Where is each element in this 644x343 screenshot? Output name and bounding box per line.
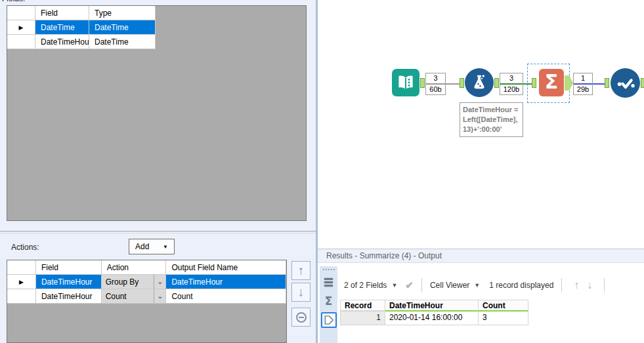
row-selector-cell[interactable] <box>7 35 35 49</box>
record-count: 3 <box>500 73 523 83</box>
actions-grid: Field Action Output Field Name ▶ DateTim… <box>7 260 287 343</box>
results-column-header-datetimehour[interactable]: DateTimeHour <box>385 300 479 312</box>
actions-row-groupby[interactable]: ▶ DateTimeHour Group By ⌄ DateTimeHour <box>7 275 286 289</box>
stacked-bars-icon <box>322 276 335 289</box>
combo-chevron-icon[interactable]: ⌄ <box>154 289 165 303</box>
summarize-tool-anchor-button[interactable]: Σ <box>321 293 337 309</box>
record-count: 1 <box>574 73 592 83</box>
fields-section-label: Fields: <box>2 0 41 4</box>
annotation-line: Left([DateTime], <box>463 115 520 125</box>
browse-check-icon <box>615 73 636 94</box>
action-combobox[interactable]: Group By ⌄ <box>102 275 167 289</box>
dropdown-arrow-icon: ▼ <box>163 244 168 250</box>
action-combobox-value: Count <box>102 292 154 301</box>
actions-column-header-output[interactable]: Output Field Name <box>166 260 286 275</box>
actions-cell-output[interactable]: Count <box>166 289 286 304</box>
actions-cell-field[interactable]: DateTimeHour <box>36 289 102 304</box>
byte-size: 120b <box>500 85 523 94</box>
metadata-view-button[interactable] <box>321 274 337 290</box>
results-toolbar: 2 of 2 Fields ▼ ✔ Cell Viewer ▼ 1 record… <box>344 276 612 294</box>
row-selector-cell[interactable]: ▶ <box>7 20 35 35</box>
fields-column-header-type[interactable]: Type <box>89 6 156 20</box>
flask-icon <box>469 73 489 92</box>
output-anchor-icon <box>323 314 335 326</box>
actions-column-header-action[interactable]: Action <box>102 260 167 275</box>
connection-input-to-formula[interactable] <box>445 83 460 85</box>
panel-separator-line <box>0 231 316 232</box>
connection-count-badge: 3 60b <box>425 73 446 95</box>
action-combobox-value: Group By <box>102 277 154 287</box>
browse-tool[interactable] <box>611 68 640 98</box>
alteryx-designer-window: Fields: Field Type ▶ DateTime DateTime D… <box>0 0 644 343</box>
record-number-cell[interactable]: 1 <box>340 312 385 325</box>
byte-size: 29b <box>574 85 592 94</box>
fields-cell-type[interactable]: DateTime <box>89 35 156 49</box>
previous-record-button[interactable]: ↑ <box>574 279 579 291</box>
output-anchor[interactable] <box>641 78 644 88</box>
fields-cell-type[interactable]: DateTime <box>89 20 156 35</box>
results-anchor-strip: Σ <box>320 266 337 343</box>
sigma-icon: Σ <box>325 294 333 308</box>
dropdown-caret-icon[interactable]: ▼ <box>474 282 480 289</box>
toolbar-separator <box>604 278 605 293</box>
actions-column-header-field[interactable]: Field <box>36 260 102 275</box>
move-action-up-button[interactable]: ↑ <box>291 261 311 280</box>
fields-row-datetime[interactable]: ▶ DateTime DateTime <box>7 20 306 35</box>
annotation-line: DateTimeHour = <box>463 105 520 115</box>
fields-dropdown[interactable]: 2 of 2 Fields <box>344 281 387 290</box>
action-combobox[interactable]: Count ⌄ <box>102 289 167 304</box>
workflow-canvas[interactable]: 3 60b 3 120b <box>318 0 644 249</box>
strip-drag-handle[interactable] <box>323 269 335 271</box>
row-selector-cell[interactable] <box>7 289 36 304</box>
input-anchor[interactable] <box>460 78 464 88</box>
remove-action-button[interactable] <box>291 308 311 327</box>
actions-selector-header-cell <box>7 260 36 275</box>
results-grid-header: Record DateTimeHour Count <box>340 300 528 312</box>
actions-row-count[interactable]: DateTimeHour Count ⌄ Count <box>7 289 286 304</box>
combo-chevron-icon[interactable]: ⌄ <box>154 275 165 289</box>
fields-row-datetimehour[interactable]: DateTimeHour DateTime <box>7 35 306 49</box>
record-count-status: 1 record displayed <box>489 281 553 290</box>
results-data-row[interactable]: 1 2020-01-14 16:00:00 3 <box>340 312 528 325</box>
datetimehour-cell[interactable]: 2020-01-14 16:00:00 <box>385 312 479 325</box>
cell-viewer-dropdown[interactable]: Cell Viewer <box>430 281 469 290</box>
move-action-down-button[interactable]: ↓ <box>291 283 311 302</box>
results-column-header-record[interactable]: Record <box>340 300 385 312</box>
output-anchor[interactable] <box>420 78 425 88</box>
add-button-label: Add <box>135 242 149 251</box>
input-anchor[interactable] <box>532 78 536 88</box>
formula-tool[interactable] <box>465 68 494 97</box>
next-record-button[interactable]: ↓ <box>587 279 592 291</box>
current-row-arrow-icon: ▶ <box>19 24 24 31</box>
formula-annotation[interactable]: DateTimeHour = Left([DateTime], 13)+':00… <box>460 102 523 137</box>
fields-selector-header-cell <box>7 6 35 20</box>
add-action-dropdown-button[interactable]: Add ▼ <box>129 239 175 254</box>
output-anchor[interactable] <box>494 78 499 88</box>
toolbar-separator <box>421 278 422 293</box>
actions-cell-field[interactable]: DateTimeHour <box>36 275 102 289</box>
configuration-panel: Fields: Field Type ▶ DateTime DateTime D… <box>0 0 316 343</box>
arrow-up-icon: ↑ <box>298 264 305 278</box>
current-row-arrow-icon: ▶ <box>19 279 24 285</box>
output-anchor-button[interactable] <box>321 312 337 328</box>
minus-circle-icon <box>296 312 307 323</box>
input-data-tool[interactable] <box>392 69 419 96</box>
fields-grid-header: Field Type <box>7 6 306 20</box>
fields-cell-field[interactable]: DateTimeHour <box>35 35 89 49</box>
results-column-header-count[interactable]: Count <box>479 300 528 312</box>
dropdown-caret-icon[interactable]: ▼ <box>391 282 397 289</box>
connection-count-badge: 1 29b <box>573 73 593 95</box>
results-data-grid: Record DateTimeHour Count 1 2020-01-14 1… <box>340 300 528 325</box>
toolbar-separator <box>561 278 562 293</box>
count-cell[interactable]: 3 <box>479 312 528 325</box>
arrow-down-icon: ↓ <box>298 285 305 300</box>
input-anchor[interactable] <box>605 78 609 88</box>
row-selector-cell[interactable]: ▶ <box>7 275 36 289</box>
summarize-tool[interactable]: Σ <box>539 69 564 96</box>
fields-column-header-field[interactable]: Field <box>35 6 89 20</box>
output-anchor[interactable] <box>565 75 573 91</box>
fields-cell-field[interactable]: DateTime <box>35 20 89 35</box>
connection-summarize-to-browse[interactable] <box>593 83 605 85</box>
apply-check-icon[interactable]: ✔ <box>405 279 414 291</box>
actions-cell-output[interactable]: DateTimeHour <box>166 275 286 289</box>
